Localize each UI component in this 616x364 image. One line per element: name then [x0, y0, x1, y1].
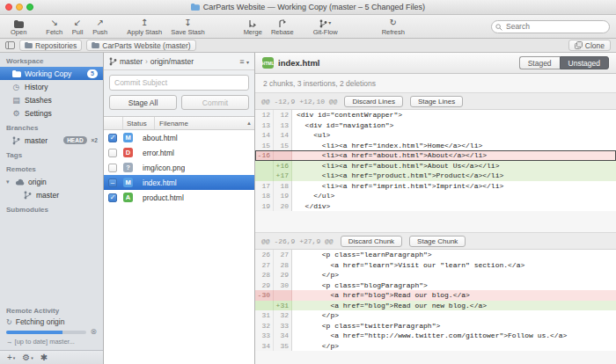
open-button[interactable]: Open [6, 15, 31, 38]
remotes-header: Remotes [0, 161, 103, 175]
diff-line[interactable]: 27 28 <a href="learn">Visit our "learn" … [255, 260, 616, 271]
file-checkbox[interactable]: ✓ [108, 134, 117, 142]
chevron-down-icon: ▾ [13, 355, 16, 360]
gitflow-button[interactable]: ▾ Git-Flow [309, 15, 342, 38]
chevron-down-icon: ▾ [328, 18, 331, 28]
checkbox-column-header[interactable] [104, 117, 123, 129]
clone-button[interactable]: Clone [568, 40, 611, 51]
stage-all-button[interactable]: Stage All [109, 95, 177, 110]
add-repository-button[interactable]: +▾ [4, 353, 18, 362]
table-row[interactable]: – M index.html [104, 175, 254, 190]
diff-line[interactable]: +16 <li><a href="about.html">About Us</a… [255, 161, 616, 171]
refresh-button[interactable]: ↻ Refresh [378, 15, 409, 38]
merge-button[interactable]: Merge [239, 15, 267, 38]
table-row[interactable]: ? img/icon.png [104, 160, 254, 175]
stage-lines-button[interactable]: Stage Lines [410, 96, 463, 107]
diff-line-code: <ul> [292, 130, 616, 141]
sidebar-item-stashes[interactable]: ▤ Stashes [0, 93, 103, 106]
disclosure-triangle-icon[interactable]: ▾ [6, 178, 11, 186]
pull-button[interactable]: ↙ Pull [67, 15, 88, 38]
sidebar-item-working-copy[interactable]: Working Copy 5 [0, 67, 103, 80]
chevron-down-icon: ▾ [31, 355, 33, 360]
changed-files-badge: 5 [87, 69, 98, 78]
filename-column-label: Filename [159, 120, 188, 127]
fetch-button[interactable]: ↘ Fetch [41, 15, 67, 38]
diff-line[interactable]: 15 15 <li><a href="index.html">Home</a><… [255, 141, 616, 151]
settings-button[interactable]: ⚙▾ [19, 353, 35, 362]
diff-line[interactable]: 17 18 <li><a href="imprint.html">Imprint… [255, 181, 616, 192]
rebase-label: Rebase [271, 28, 294, 36]
diff-line[interactable]: 18 19 </ul> [255, 191, 616, 201]
file-checkbox[interactable]: – [108, 178, 117, 187]
breadcrumb-repositories[interactable]: Repositories [19, 40, 82, 51]
file-checkbox[interactable]: ✓ [108, 193, 117, 202]
old-line-number: 14 [255, 130, 274, 141]
table-row[interactable]: ✓ M about.html [104, 130, 254, 145]
old-line-number: -16 [255, 150, 274, 161]
file-checkbox[interactable] [108, 149, 117, 157]
rebase-button[interactable]: Rebase [267, 15, 298, 38]
head-badge: HEAD [63, 136, 86, 144]
sidebar-item-branch-master[interactable]: master HEAD ×2 [0, 134, 103, 147]
commit-panel: master › origin/master ≡ ▾ Stage All Com… [104, 53, 255, 364]
new-line-number: 19 [274, 191, 292, 201]
sidebar-item-history[interactable]: ◷ History [0, 80, 103, 93]
unstaged-tab[interactable]: Unstaged [560, 56, 609, 69]
diff-line[interactable]: -30 <a href="blog">Read our blog.</a> [255, 290, 616, 301]
diff-line[interactable]: 33 34 <a href="http://www.twitter.com/gi… [255, 331, 616, 341]
diff-line[interactable]: +17 <li><a href="product.html">Product</… [255, 171, 616, 181]
staged-tab[interactable]: Staged [519, 56, 560, 69]
file-checkbox[interactable] [108, 164, 117, 172]
diff-line-code: <li><a href="about.html">About Us</a></l… [292, 161, 616, 171]
commit-button[interactable]: Commit [181, 95, 249, 110]
table-row[interactable]: ✓ A product.html [104, 190, 254, 205]
file-name: product.html [143, 193, 184, 202]
filename-column-header[interactable]: Filename ▲ [155, 117, 254, 129]
diff-line[interactable]: -16 <li><a href="about.html">About</a></… [255, 150, 616, 161]
sidebar-toggle-icon[interactable] [5, 41, 15, 49]
diff-line[interactable]: 12 12 <div id="contentWrapper"> [255, 110, 616, 120]
push-button[interactable]: ↗ Push [88, 15, 112, 38]
chunk-header-1: @@ -12,9 +12,10 @@ Discard Lines Stage L… [255, 92, 616, 110]
diff-line[interactable]: 28 29 </p> [255, 270, 616, 280]
breadcrumb-current-repo[interactable]: CarParts Website (master) [86, 40, 195, 51]
sidebar-item-settings[interactable]: ⚙ Settings [0, 106, 103, 120]
new-line-number: 14 [274, 130, 292, 141]
apply-stash-button[interactable]: ↥ Apply Stash [122, 15, 166, 38]
cancel-fetch-icon[interactable]: ⊗ [90, 328, 97, 336]
diff-line[interactable]: 29 30 <p class="blogParagraph"> [255, 280, 616, 291]
diff-line[interactable]: 32 33 <p class="twitterParagraph"> [255, 321, 616, 331]
status-column-header[interactable]: Status [123, 117, 155, 129]
branch-bar[interactable]: master › origin/master ≡ ▾ [104, 53, 254, 70]
actions-button[interactable]: ✱ [38, 353, 50, 362]
diff-line[interactable]: 34 35 </p> [255, 341, 616, 352]
discard-chunk-button[interactable]: Discard Chunk [341, 236, 402, 247]
new-line-number: 18 [274, 181, 292, 192]
diff-line[interactable]: +31 <a href="blog">Read our new blog.</a… [255, 301, 616, 311]
sync-icon: ↻ [6, 318, 12, 326]
stage-chunk-button[interactable]: Stage Chunk [409, 236, 466, 247]
table-row[interactable]: D error.html [104, 145, 254, 160]
toolbar: Open ↘ Fetch ↙ Pull ↗ Push ↥ Apply Stash… [0, 15, 616, 39]
diff-line[interactable]: 13 13 <div id="navigation"> [255, 120, 616, 131]
discard-lines-button[interactable]: Discard Lines [344, 96, 402, 107]
minimize-window-button[interactable] [16, 4, 23, 11]
close-window-button[interactable] [5, 4, 12, 11]
html-file-icon: HTML [262, 57, 274, 69]
sidebar-item-remote-origin[interactable]: ▾ origin [0, 175, 103, 188]
diff-line[interactable]: 26 27 <p class="learnParagraph"> [255, 250, 616, 260]
list-menu-icon[interactable]: ≡ ▾ [239, 57, 249, 66]
chunk-header-2: @@ -26,9 +27,9 @@ Discard Chunk Stage Ch… [255, 232, 616, 250]
pull-icon: ↙ [74, 18, 81, 28]
push-label: Push [92, 28, 107, 36]
diff-line[interactable]: 14 14 <ul> [255, 130, 616, 141]
sidebar: Workspace Working Copy 5 ◷ History ▤ Sta… [0, 53, 104, 364]
sidebar-item-label: History [25, 83, 48, 91]
diff-line[interactable]: 31 32 </p> [255, 310, 616, 321]
save-stash-button[interactable]: ↧ Save Stash [166, 15, 209, 38]
zoom-window-button[interactable] [26, 4, 33, 11]
sidebar-item-remote-master[interactable]: master [0, 188, 103, 201]
search-input[interactable] [491, 20, 610, 33]
diff-line[interactable]: 19 20 </div> [255, 201, 616, 212]
commit-subject-input[interactable] [109, 75, 249, 91]
